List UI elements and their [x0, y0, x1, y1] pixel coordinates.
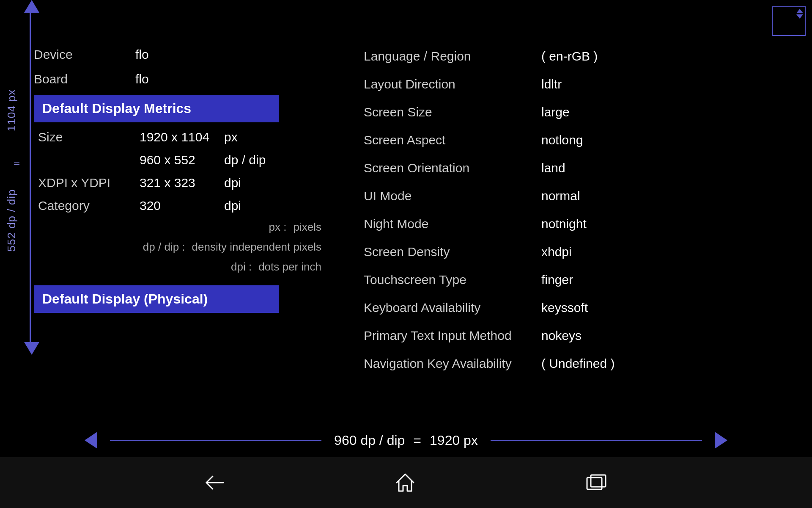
top-arrow-up — [24, 0, 39, 13]
device-value: flo — [135, 47, 149, 62]
size-px-value: 1920 x 1104 — [140, 130, 216, 144]
right-label-7: Screen Density — [364, 245, 541, 259]
right-label-1: Layout Direction — [364, 77, 541, 91]
right-value-0: ( en-rGB ) — [541, 49, 598, 64]
right-row-3: Screen Aspectnotlong — [364, 126, 778, 154]
size-px-row: Size 1920 x 1104 px — [38, 126, 330, 149]
default-display-physical-header: Default Display (Physical) — [34, 285, 279, 313]
right-row-6: Night Modenotnight — [364, 210, 778, 238]
right-value-7: xhdpi — [541, 245, 572, 259]
recents-button[interactable] — [585, 474, 608, 491]
right-row-10: Primary Text Input Methodnokeys — [364, 322, 778, 350]
bottom-dp-value: 960 dp / dip — [334, 433, 405, 448]
top-arrow-line — [30, 13, 31, 343]
right-value-4: land — [541, 161, 565, 175]
xdpi-unit: dpi — [224, 176, 241, 190]
category-value: 320 — [140, 199, 216, 213]
right-label-8: Touchscreen Type — [364, 273, 541, 287]
right-row-9: Keyboard Availabilitykeyssoft — [364, 294, 778, 322]
size-dp-value: 960 x 552 — [140, 153, 216, 167]
device-row: Device flo — [34, 42, 330, 67]
left-column: Device flo Board flo Default Display Met… — [34, 42, 330, 453]
board-label: Board — [34, 72, 118, 86]
legend-dpi-val: dots per inch — [258, 260, 321, 273]
right-label-5: UI Mode — [364, 189, 541, 203]
size-dp-row: 960 x 552 dp / dip — [38, 149, 330, 171]
bottom-px-value: 1920 px — [430, 433, 478, 448]
back-button[interactable] — [204, 474, 225, 491]
right-label-3: Screen Aspect — [364, 133, 541, 147]
right-row-1: Layout Directionldltr — [364, 70, 778, 98]
right-label-4: Screen Orientation — [364, 161, 541, 175]
legend-px: px : pixels — [38, 217, 330, 237]
vertical-label-px: 1104 px — [0, 55, 23, 165]
bottom-equals: = — [413, 433, 421, 448]
bottom-line-right — [491, 440, 702, 441]
right-label-11: Navigation Key Availability — [364, 356, 541, 371]
nav-bar — [0, 457, 812, 508]
right-label-0: Language / Region — [364, 49, 541, 64]
xdpi-value: 321 x 323 — [140, 176, 216, 190]
bottom-line-left — [110, 440, 321, 441]
right-row-5: UI Modenormal — [364, 182, 778, 210]
legend-dp: dp / dip : density independent pixels — [38, 237, 330, 257]
legend-px-key: px : — [211, 221, 287, 234]
right-value-1: ldltr — [541, 77, 562, 91]
right-value-2: large — [541, 105, 570, 119]
legend-rows: px : pixels dp / dip : density independe… — [34, 217, 330, 277]
size-dp-unit: dp / dip — [224, 153, 266, 167]
right-row-0: Language / Region( en-rGB ) — [364, 42, 778, 70]
right-row-4: Screen Orientationland — [364, 154, 778, 182]
recents-icon — [585, 474, 608, 491]
bottom-arrow-right-icon — [715, 432, 727, 449]
legend-px-val: pixels — [294, 221, 321, 234]
legend-dpi: dpi : dots per inch — [38, 257, 330, 277]
category-row: Category 320 dpi — [38, 194, 330, 217]
right-label-9: Keyboard Availability — [364, 301, 541, 315]
device-label: Device — [34, 47, 118, 62]
right-row-7: Screen Densityxhdpi — [364, 238, 778, 266]
legend-dpi-key: dpi : — [176, 260, 252, 273]
right-column: Language / Region( en-rGB )Layout Direct… — [355, 42, 778, 453]
board-value: flo — [135, 72, 149, 86]
right-value-3: notlong — [541, 133, 583, 147]
right-value-8: finger — [541, 273, 573, 287]
xdpi-label: XDPI x YDPI — [38, 176, 123, 190]
xdpi-row: XDPI x YDPI 321 x 323 dpi — [38, 171, 330, 194]
right-row-11: Navigation Key Availability( Undefined ) — [364, 350, 778, 378]
right-value-10: nokeys — [541, 329, 582, 343]
default-display-metrics-header: Default Display Metrics — [34, 95, 279, 122]
size-label: Size — [38, 130, 123, 144]
back-icon — [204, 474, 225, 491]
bottom-arrow-left-icon — [85, 432, 97, 449]
bottom-dimension-bar: 960 dp / dip = 1920 px — [0, 428, 812, 453]
size-px-unit: px — [224, 130, 238, 144]
main-content: Device flo Board flo Default Display Met… — [34, 42, 778, 453]
legend-dp-key: dp / dip : — [109, 240, 185, 254]
right-row-2: Screen Sizelarge — [364, 98, 778, 126]
right-label-2: Screen Size — [364, 105, 541, 119]
metrics-rows: Size 1920 x 1104 px 960 x 552 dp / dip X… — [34, 126, 330, 217]
window-resize-arrows — [796, 9, 803, 19]
wc-arrow-down-icon — [796, 14, 803, 19]
wc-arrow-up-icon — [796, 9, 803, 13]
right-value-5: normal — [541, 189, 580, 203]
svg-rect-2 — [591, 475, 606, 487]
vertical-label-dp: 552 dp / dip — [0, 165, 23, 275]
right-value-6: notnight — [541, 217, 587, 231]
right-value-9: keyssoft — [541, 301, 588, 315]
svg-rect-1 — [587, 478, 602, 489]
right-label-10: Primary Text Input Method — [364, 329, 541, 343]
right-value-11: ( Undefined ) — [541, 356, 614, 371]
legend-dp-val: density independent pixels — [192, 240, 321, 254]
board-row: Board flo — [34, 67, 330, 91]
right-label-6: Night Mode — [364, 217, 541, 231]
right-row-8: Touchscreen Typefinger — [364, 266, 778, 294]
window-controls[interactable] — [772, 6, 806, 36]
home-icon — [395, 472, 416, 493]
category-unit: dpi — [224, 199, 241, 213]
bottom-dimension-text: 960 dp / dip = 1920 px — [334, 433, 478, 448]
home-button[interactable] — [395, 472, 416, 493]
category-label: Category — [38, 199, 123, 213]
